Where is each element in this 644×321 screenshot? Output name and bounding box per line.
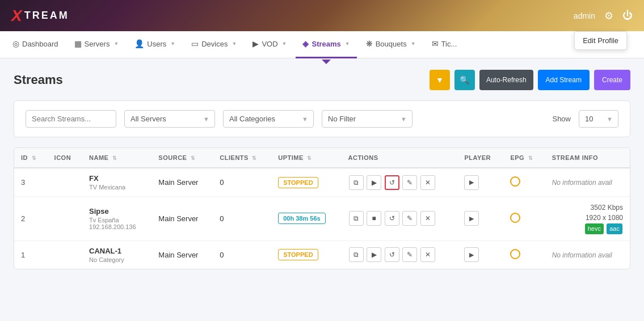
- action-delete-btn[interactable]: ✕: [420, 247, 435, 262]
- nav-item-dashboard[interactable]: ◎ Dashboard: [6, 31, 65, 58]
- create-button[interactable]: Create: [594, 70, 630, 90]
- vod-dropdown-arrow: ▼: [282, 41, 287, 47]
- streams-icon: ◈: [302, 39, 309, 48]
- action-play-btn[interactable]: ▶: [367, 175, 381, 190]
- nav-bar: ◎ Dashboard ▦ Servers ▼ 👤 Users ▼ ▭ Devi…: [0, 31, 644, 58]
- nav-item-wrapper-servers: ▦ Servers ▼: [68, 31, 126, 58]
- nav-item-bouquets[interactable]: ❋ Bouquets ▼: [359, 31, 423, 58]
- nav-item-wrapper-users: 👤 Users ▼: [128, 31, 182, 58]
- stream-kbps: 3502 Kbps: [552, 202, 623, 213]
- name-sort-icon[interactable]: ⇅: [112, 155, 117, 161]
- action-delete-btn[interactable]: ✕: [420, 175, 435, 190]
- player-play-btn[interactable]: ▶: [464, 247, 479, 262]
- nav-label-users: Users: [147, 40, 166, 48]
- stream-info-detail: 3502 Kbps 1920 x 1080 hevc aac: [552, 202, 623, 235]
- no-filter-select[interactable]: No Filter: [322, 110, 413, 128]
- cell-clients: 0: [213, 240, 271, 269]
- stream-resolution: 1920 x 1080: [552, 213, 623, 223]
- devices-dropdown-arrow: ▼: [231, 41, 237, 47]
- nav-item-wrapper-streams: ◈ Streams ▼: [296, 31, 356, 58]
- action-copy-btn[interactable]: ⧉: [349, 175, 364, 190]
- action-edit-btn[interactable]: ✎: [402, 247, 417, 262]
- epg-sort-icon[interactable]: ⇅: [528, 155, 533, 161]
- stream-ip: 192.168.200.136: [89, 223, 145, 230]
- servers-filter-select[interactable]: All Servers Main Server: [124, 110, 215, 128]
- action-restart-btn[interactable]: ↺: [385, 211, 399, 226]
- page-title: Streams: [14, 73, 63, 87]
- epg-indicator: [510, 213, 520, 223]
- action-edit-btn[interactable]: ✎: [402, 175, 417, 190]
- stream-info-text: No information avail: [552, 179, 612, 187]
- settings-icon[interactable]: ⚙: [604, 10, 613, 22]
- power-icon[interactable]: ⏻: [622, 10, 633, 22]
- filter-icon: ▼: [436, 75, 444, 85]
- stream-name: CANAL-1: [89, 247, 145, 255]
- cell-icon: [48, 168, 82, 197]
- action-edit-btn[interactable]: ✎: [402, 211, 417, 226]
- cell-id: 2: [14, 197, 48, 241]
- col-id: ID ⇅: [14, 148, 48, 168]
- nav-item-users[interactable]: 👤 Users ▼: [128, 31, 182, 58]
- cell-uptime: STOPPED: [271, 240, 341, 269]
- action-restart-btn[interactable]: ↺: [385, 175, 399, 190]
- source-sort-icon[interactable]: ⇅: [191, 155, 196, 161]
- col-stream-info: STREAM INFO: [545, 148, 630, 168]
- cell-actions: ⧉ ▶ ↺ ✎ ✕: [342, 168, 458, 197]
- epg-indicator: [510, 249, 520, 259]
- stream-info-text: No information avail: [552, 251, 612, 259]
- uptime-badge: STOPPED: [278, 177, 318, 188]
- cell-source: Main Server: [151, 240, 213, 269]
- no-filter-wrapper: No Filter ▼: [322, 110, 413, 128]
- nav-item-vod[interactable]: ▶ VOD ▼: [246, 31, 293, 58]
- col-uptime: UPTIME ⇅: [271, 148, 341, 168]
- action-play-btn[interactable]: ▶: [367, 247, 381, 262]
- nav-item-streams[interactable]: ◈ Streams ▼: [296, 31, 356, 58]
- streams-table-wrapper: ID ⇅ ICON NAME ⇅ SOURCE ⇅ CLIENTS ⇅ UPTI…: [14, 147, 630, 269]
- show-count-wrapper: 10 25 50 100 ▼: [579, 110, 618, 128]
- filter-row: All Servers Main Server ▼ All Categories…: [14, 100, 630, 137]
- col-icon: ICON: [48, 148, 82, 168]
- uptime-sort-icon[interactable]: ⇅: [307, 155, 312, 161]
- tickets-icon: ✉: [432, 39, 439, 48]
- col-clients: CLIENTS ⇅: [213, 148, 271, 168]
- categories-filter-select[interactable]: All Categories: [223, 110, 314, 128]
- nav-item-tickets[interactable]: ✉ Tic...: [425, 31, 464, 58]
- nav-item-devices[interactable]: ▭ Devices ▼: [184, 31, 243, 58]
- stream-sub: Tv España: [89, 217, 145, 223]
- stream-name: FX: [89, 174, 145, 183]
- cell-icon: [48, 197, 82, 241]
- search-streams-input[interactable]: [26, 110, 116, 128]
- auto-refresh-button[interactable]: Auto-Refresh: [479, 70, 533, 90]
- edit-profile-tooltip: Edit Profile: [574, 31, 627, 50]
- cell-epg: [503, 197, 545, 241]
- action-copy-btn[interactable]: ⧉: [349, 211, 364, 226]
- clients-sort-icon[interactable]: ⇅: [252, 155, 257, 161]
- admin-username: admin: [574, 11, 595, 20]
- search-button[interactable]: 🔍: [454, 70, 475, 90]
- show-count-select[interactable]: 10 25 50 100: [579, 110, 618, 128]
- action-delete-btn[interactable]: ✕: [420, 211, 435, 226]
- player-play-btn[interactable]: ▶: [464, 175, 479, 190]
- servers-dropdown-arrow: ▼: [113, 41, 119, 47]
- action-copy-btn[interactable]: ⧉: [349, 247, 364, 262]
- vod-icon: ▶: [252, 39, 259, 48]
- player-play-btn[interactable]: ▶: [464, 211, 479, 226]
- cell-id: 1: [14, 240, 48, 269]
- stream-sub: No Category: [89, 256, 145, 263]
- nav-item-servers[interactable]: ▦ Servers ▼: [68, 31, 126, 58]
- bouquets-icon: ❋: [366, 39, 373, 48]
- action-stop-btn[interactable]: ■: [367, 211, 381, 226]
- cell-source: Main Server: [151, 197, 213, 241]
- stream-sub: TV Mexicana: [89, 184, 145, 191]
- nav-label-devices: Devices: [201, 40, 228, 48]
- cell-name: Sipse Tv España 192.168.200.136: [82, 197, 151, 241]
- servers-icon: ▦: [74, 39, 82, 48]
- servers-filter-wrapper: All Servers Main Server ▼: [124, 110, 215, 128]
- id-sort-icon[interactable]: ⇅: [32, 155, 37, 161]
- filter-toggle-button[interactable]: ▼: [430, 70, 450, 90]
- devices-icon: ▭: [191, 39, 199, 48]
- cell-player: ▶: [457, 240, 503, 269]
- add-stream-button[interactable]: Add Stream: [538, 70, 590, 90]
- col-epg: EPG ⇅: [503, 148, 545, 168]
- action-restart-btn[interactable]: ↺: [385, 247, 399, 262]
